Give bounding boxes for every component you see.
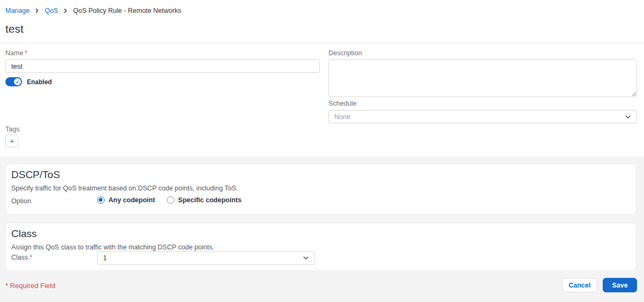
chevron-right-icon	[63, 8, 68, 13]
schedule-select-value: None	[334, 113, 350, 121]
class-section: Class Assign this QoS class to traffic w…	[5, 223, 636, 271]
required-field-note: * Required Field	[5, 282, 55, 290]
name-label: Name*	[5, 49, 27, 57]
enabled-label: Enabled	[27, 78, 52, 86]
class-section-title: Class	[11, 228, 37, 240]
dscp-section-title: DSCP/ToS	[11, 169, 60, 181]
class-field-label-text: Class	[11, 254, 28, 261]
required-asterisk: *	[25, 49, 27, 57]
breadcrumb-current: QoS Policy Rule - Remote Networks	[73, 7, 181, 14]
chevron-down-icon	[303, 255, 309, 261]
dscp-section-subtitle: Specify traffic for QoS treatment based …	[11, 185, 238, 192]
breadcrumb: Manage QoS QoS Policy Rule - Remote Netw…	[5, 7, 181, 14]
radio-specific-codepoints[interactable]: Specific codepoints	[167, 196, 241, 204]
chevron-right-icon	[34, 8, 40, 13]
class-select[interactable]: 1	[97, 251, 315, 265]
breadcrumb-link-qos[interactable]: QoS	[45, 7, 58, 14]
radio-any-codepoint[interactable]: Any codepoint	[97, 196, 155, 204]
radio-specific-codepoints-label: Specific codepoints	[178, 196, 241, 204]
plus-icon: +	[10, 137, 14, 145]
breadcrumb-link-manage[interactable]: Manage	[5, 7, 30, 14]
enabled-toggle-row: ✓ Enabled	[5, 77, 52, 86]
cancel-button[interactable]: Cancel	[562, 278, 597, 292]
save-button[interactable]: Save	[603, 278, 637, 292]
description-textarea[interactable]	[328, 59, 637, 97]
dscp-option-radio-group: Any codepoint Specific codepoints	[97, 196, 241, 204]
page-title: test	[5, 23, 24, 35]
radio-selected-icon	[97, 196, 105, 204]
content-band: DSCP/ToS Specify traffic for QoS treatme…	[0, 157, 644, 302]
check-icon: ✓	[14, 78, 21, 85]
schedule-label: Schedule	[328, 100, 356, 107]
divider	[0, 43, 644, 43]
required-asterisk: *	[30, 254, 32, 261]
description-label: Description	[328, 49, 362, 57]
chevron-down-icon	[625, 114, 631, 120]
option-label: Option	[11, 197, 31, 205]
dscp-tos-section: DSCP/ToS Specify traffic for QoS treatme…	[5, 164, 636, 215]
class-field-label: Class*	[11, 254, 32, 261]
class-section-subtitle: Assign this QoS class to traffic with th…	[11, 244, 214, 251]
schedule-select[interactable]: None	[328, 110, 637, 123]
radio-any-codepoint-label: Any codepoint	[108, 196, 155, 204]
name-input[interactable]	[5, 59, 320, 73]
name-label-text: Name	[5, 49, 23, 57]
add-tag-button[interactable]: +	[5, 135, 18, 148]
radio-unselected-icon	[167, 196, 174, 204]
tags-label: Tags	[5, 126, 19, 133]
enabled-toggle[interactable]: ✓	[5, 77, 22, 86]
class-select-value: 1	[103, 254, 107, 262]
